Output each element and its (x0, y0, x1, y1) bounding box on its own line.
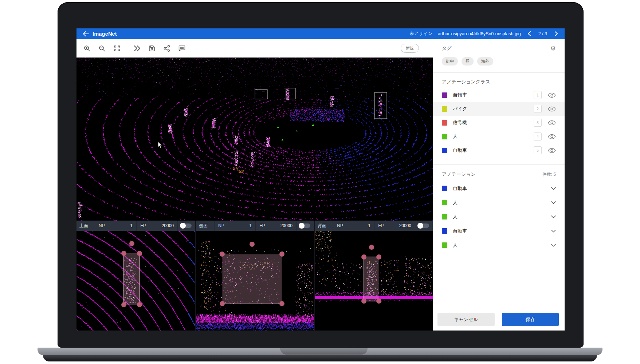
annotation-label: 人 (453, 214, 458, 220)
main-pointcloud-view[interactable] (76, 58, 433, 221)
back-view-canvas[interactable] (315, 231, 433, 331)
fp-value: 20000 (265, 221, 297, 231)
np-label: NP (215, 223, 224, 228)
chevron-down-icon[interactable] (551, 187, 556, 190)
prev-image-button[interactable] (526, 31, 533, 37)
shortcut-badge: 3 (534, 119, 542, 127)
eye-icon[interactable] (548, 134, 556, 139)
fp-value: 20000 (384, 221, 416, 231)
annotation-color-swatch (442, 228, 447, 234)
class-color-swatch (442, 92, 447, 98)
fp-label: FP (256, 223, 265, 228)
assign-status: 未アサイン (409, 31, 433, 37)
divider (433, 72, 565, 73)
class-color-swatch (442, 134, 447, 139)
tag-chip[interactable]: 昼 (462, 57, 474, 66)
annotation-label: 人 (453, 199, 458, 206)
shortcut-badge: 4 (534, 132, 542, 141)
top-view-canvas[interactable] (76, 231, 195, 331)
class-row-motorcycle[interactable]: バイク 2 (433, 102, 565, 116)
annotation-row[interactable]: 人 (442, 195, 556, 210)
rotate-handle[interactable] (250, 242, 255, 247)
chevron-down-icon[interactable] (551, 244, 556, 247)
class-row-bicycle[interactable]: 自転車 1 (442, 88, 556, 102)
tag-chip[interactable]: 海外 (477, 57, 493, 66)
share-icon[interactable] (163, 44, 171, 52)
comment-icon[interactable] (178, 44, 186, 52)
eye-icon[interactable] (548, 148, 556, 153)
save-icon[interactable] (148, 44, 156, 52)
classes-title: アノテーションクラス (442, 79, 490, 85)
zoom-out-icon[interactable] (98, 44, 106, 52)
resize-handle[interactable] (220, 301, 225, 306)
annotation-row[interactable]: 人 (442, 210, 556, 224)
fit-screen-icon[interactable] (113, 44, 121, 52)
collapse-panel-icon[interactable] (133, 44, 141, 52)
back-view-bar: 背面 NP 1 FP 20000 (315, 221, 433, 231)
tag-chip[interactable]: 街中 (442, 57, 458, 66)
view-toggle[interactable] (299, 223, 310, 228)
annotation-row[interactable]: 人 (442, 238, 556, 252)
eye-icon[interactable] (548, 120, 556, 126)
eye-icon[interactable] (548, 92, 556, 98)
gear-icon[interactable]: ⚙ (550, 46, 556, 52)
divider (433, 164, 565, 165)
rotate-handle[interactable] (129, 241, 134, 246)
class-color-swatch (442, 106, 447, 112)
annotation-label: 人 (453, 242, 458, 249)
fp-label: FP (374, 223, 384, 228)
zoom-in-icon[interactable] (83, 44, 91, 52)
resize-handle[interactable] (279, 252, 284, 257)
chevron-down-icon[interactable] (551, 201, 556, 204)
annotation-list: 自動車 人 人 自動車 (442, 181, 556, 252)
resize-handle[interactable] (376, 298, 381, 304)
save-button[interactable]: 保存 (502, 313, 559, 326)
class-row-traffic-light[interactable]: 信号機 3 (442, 116, 556, 130)
class-row-person[interactable]: 人 4 (442, 130, 556, 143)
class-label: 自転車 (453, 92, 467, 98)
annotation-box[interactable] (364, 257, 379, 301)
annotation-color-swatch (442, 186, 447, 191)
resize-handle[interactable] (121, 302, 126, 307)
back-button[interactable] (82, 30, 90, 37)
new-annotation-button[interactable]: 新規 (401, 44, 419, 53)
tag-chips: 街中 昼 海外 (442, 57, 556, 66)
eye-icon[interactable] (548, 106, 556, 112)
class-row-car[interactable]: 自動車 5 (442, 143, 556, 157)
rotate-handle[interactable] (369, 245, 374, 250)
np-label: NP (95, 223, 105, 228)
resize-handle[interactable] (137, 302, 142, 307)
annotations-title: アノテーション (442, 171, 476, 178)
resize-handle[interactable] (376, 254, 381, 260)
class-color-swatch (442, 120, 447, 126)
cancel-button[interactable]: キャンセル (437, 313, 495, 326)
annotation-row[interactable]: 自動車 (442, 224, 556, 238)
shortcut-badge: 1 (534, 91, 542, 99)
shortcut-badge: 5 (534, 146, 542, 154)
resize-handle[interactable] (361, 254, 366, 260)
view-toggle[interactable] (181, 223, 192, 228)
annotation-box[interactable] (123, 253, 140, 305)
laptop-base-shadow (43, 355, 597, 361)
class-label: 信号機 (453, 119, 467, 126)
resize-handle[interactable] (279, 301, 284, 306)
chevron-down-icon[interactable] (551, 230, 556, 233)
chevron-down-icon[interactable] (551, 215, 556, 218)
next-image-button[interactable] (553, 31, 559, 37)
annotation-sidebar: タグ ⚙ 街中 昼 海外 アノテーションクラス 自転車 1 (433, 39, 565, 331)
side-view-canvas[interactable] (196, 231, 314, 331)
class-label: 自動車 (453, 147, 467, 154)
view-label: 上面 (76, 221, 95, 231)
class-label: 人 (453, 133, 458, 140)
annotation-color-swatch (442, 200, 447, 205)
side-view-bar: 側面 NP 1 FP 20000 (196, 221, 314, 231)
view-toggle[interactable] (418, 223, 429, 228)
resize-handle[interactable] (361, 298, 366, 304)
np-value: 1 (105, 221, 137, 231)
resize-handle[interactable] (220, 252, 225, 257)
resize-handle[interactable] (121, 251, 126, 256)
annotation-box[interactable] (222, 254, 282, 304)
back-view-panel: 背面 NP 1 FP 20000 (314, 221, 433, 331)
annotation-row[interactable]: 自動車 (442, 181, 556, 195)
resize-handle[interactable] (137, 251, 142, 256)
